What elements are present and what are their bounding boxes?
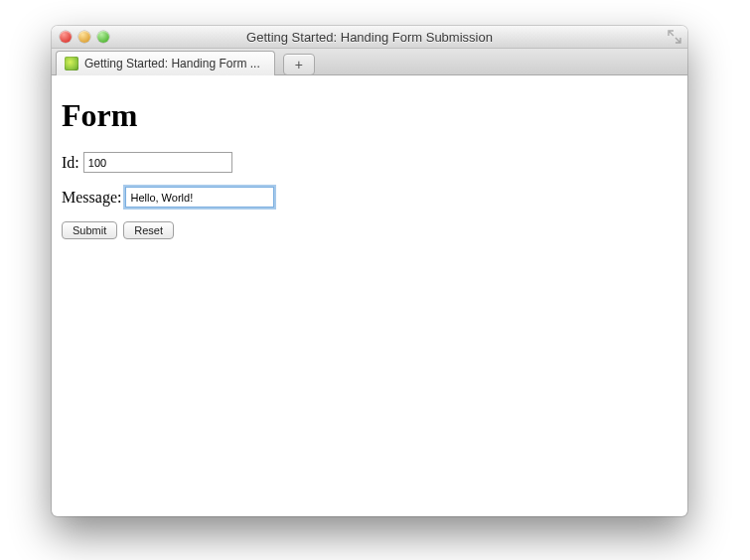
tab-label: Getting Started: Handing Form ... — [84, 57, 260, 70]
plus-icon: + — [295, 57, 303, 72]
close-button[interactable] — [60, 31, 72, 43]
window-title: Getting Started: Handing Form Submission — [246, 30, 493, 45]
browser-window: Getting Started: Handing Form Submission… — [52, 26, 687, 516]
new-tab-button[interactable]: + — [283, 54, 315, 75]
form-row-message: Message: — [62, 187, 677, 208]
message-input[interactable] — [125, 187, 274, 208]
message-label: Message: — [62, 189, 121, 207]
id-input[interactable] — [83, 152, 232, 173]
window-titlebar[interactable]: Getting Started: Handing Form Submission — [52, 26, 687, 49]
id-label: Id: — [62, 154, 79, 172]
page-heading: Form — [62, 97, 677, 134]
zoom-button[interactable] — [97, 31, 109, 43]
reset-button[interactable]: Reset — [123, 221, 174, 239]
form-row-id: Id: — [62, 152, 677, 173]
submit-button[interactable]: Submit — [62, 221, 117, 239]
form-buttons: Submit Reset — [62, 221, 677, 239]
page-content: Form Id: Message: Submit Reset — [52, 75, 687, 247]
window-controls — [52, 26, 109, 48]
tabstrip: Getting Started: Handing Form ... + — [52, 49, 687, 75]
tab-current[interactable]: Getting Started: Handing Form ... — [56, 51, 275, 75]
fullscreen-icon[interactable] — [668, 30, 681, 44]
minimize-button[interactable] — [78, 31, 90, 43]
spring-leaf-icon — [65, 57, 78, 70]
